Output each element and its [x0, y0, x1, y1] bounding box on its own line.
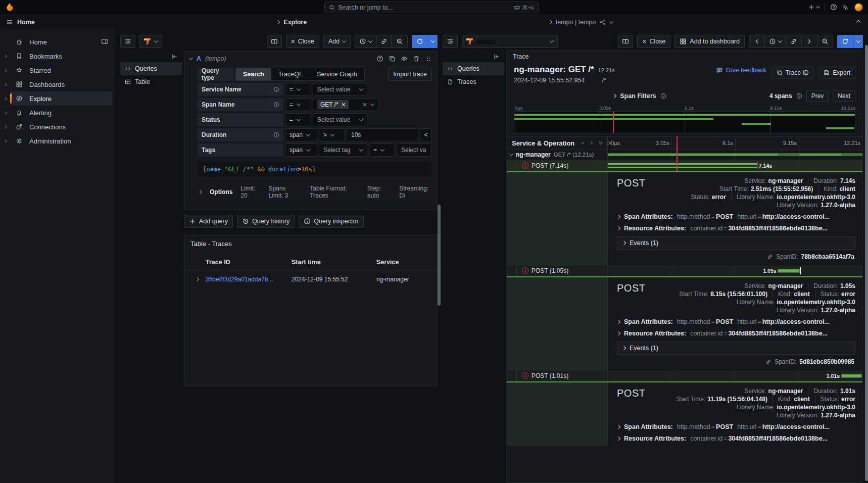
link-icon[interactable] [767, 254, 773, 260]
span-bar[interactable] [778, 269, 799, 272]
span-attributes-row[interactable]: Span Attributes: http.method=POST http.u… [617, 318, 855, 325]
close-pane-button[interactable]: Close [637, 35, 670, 48]
copy-link-button[interactable] [376, 35, 392, 47]
trace-id-link[interactable]: 35be0f3d29a01adda7b... [206, 276, 292, 283]
sidebar-item-connections[interactable]: Connections [0, 120, 115, 134]
breadcrumb-explore[interactable]: Explore [283, 19, 307, 26]
window-scrollbar[interactable] [865, 45, 868, 481]
add-button[interactable]: Add [323, 35, 351, 48]
span-row-post-2[interactable]: POST (1.05s) 1.05s [507, 265, 862, 276]
sidebar-item-starred[interactable]: Starred [0, 63, 115, 77]
resource-attributes-row[interactable]: Resource Attributes: container.id=304fd8… [617, 435, 855, 442]
sidebar-item-dashboards[interactable]: Dashboards [0, 77, 115, 91]
time-picker-button[interactable] [765, 35, 786, 47]
content-outline-button[interactable] [443, 35, 458, 48]
chevron-down-icon[interactable] [509, 152, 513, 156]
help-icon[interactable] [830, 4, 837, 11]
share-icon[interactable] [600, 19, 606, 25]
chevron-right-icon[interactable] [0, 55, 10, 58]
left-pane-scrollbar[interactable] [438, 205, 441, 306]
zoom-out-button[interactable] [392, 35, 407, 47]
disable-query-icon[interactable] [401, 55, 408, 62]
collapse-toolbar-button[interactable] [855, 18, 862, 26]
status-operator[interactable]: = [285, 113, 311, 126]
span-row-root[interactable]: ng-manager GET /* (12.21s) [507, 150, 862, 160]
span-attributes-row[interactable]: Span Attributes: http.method=POST http.u… [617, 423, 855, 430]
dock-sidebar-icon[interactable] [101, 38, 108, 46]
datasource-picker[interactable]: tempo [462, 35, 558, 48]
tags-select-tag[interactable]: Select tag [319, 143, 367, 157]
trace-minimap[interactable]: 0μs 3.05s 6.1s 9.15s 12.21s [514, 105, 855, 133]
new-menu-button[interactable] [808, 4, 819, 11]
collapse-nav-button[interactable] [443, 51, 504, 62]
query-inspector-button[interactable]: Query inspector [299, 215, 363, 228]
sidebar-item-administration[interactable]: Administration [0, 134, 115, 148]
span-bar[interactable] [608, 163, 757, 168]
duration-value-input[interactable]: 10s [347, 128, 418, 141]
panel-title[interactable]: Trace [507, 51, 862, 63]
nav-item-queries[interactable]: Queries [120, 62, 182, 75]
tags-scope[interactable]: span [285, 143, 317, 157]
split-pane-button[interactable] [618, 35, 633, 48]
duration-max-operator[interactable]: < [420, 128, 432, 141]
breadcrumb-home[interactable]: Home [17, 19, 35, 26]
refresh-interval-dropdown[interactable] [853, 35, 863, 48]
column-header-start-time[interactable]: Start time [292, 259, 376, 266]
span-row-post-1[interactable]: POST (7.14s) 7.14s [507, 160, 862, 171]
duration-scope[interactable]: span [285, 128, 317, 141]
prev-span-button[interactable]: Prev [806, 90, 829, 102]
chevron-right-icon[interactable] [0, 126, 10, 128]
search-input[interactable]: Search or jump to... ⌘+k [324, 2, 539, 13]
remove-chip-icon[interactable] [342, 101, 346, 108]
content-outline-button[interactable] [120, 35, 135, 48]
column-header-trace-id[interactable]: Trace ID [206, 259, 292, 266]
add-query-button[interactable]: Add query [184, 215, 233, 228]
span-row-post-3[interactable]: POST (1.01s) 1.01s [507, 370, 862, 381]
events-row[interactable]: Events (1) [617, 342, 855, 355]
run-query-button[interactable] [412, 35, 438, 48]
status-select[interactable]: Select value [313, 113, 367, 126]
span-attributes-row[interactable]: Span Attributes: http.method=POST http.u… [617, 213, 855, 220]
sidebar-item-bookmarks[interactable]: Bookmarks [0, 49, 115, 63]
sidebar-item-alerting[interactable]: Alerting [0, 106, 115, 120]
clear-icon[interactable] [363, 101, 367, 109]
split-pane-button[interactable] [267, 35, 282, 48]
resource-attributes-row[interactable]: Resource Attributes: container.id=304fd8… [617, 225, 855, 232]
chevron-right-icon[interactable] [0, 112, 10, 114]
span-name-operator[interactable]: = [285, 98, 311, 111]
tab-service-graph[interactable]: Service Graph [310, 68, 364, 80]
chevron-right-icon[interactable] [0, 140, 10, 142]
time-shift-forward-button[interactable] [802, 35, 817, 47]
mega-menu-icon[interactable] [6, 19, 13, 26]
span-bar[interactable] [841, 374, 862, 377]
tags-operator[interactable]: = [369, 143, 395, 157]
service-name-select[interactable]: Select value [313, 83, 367, 96]
breadcrumb-tab[interactable]: tempo | tempo [556, 19, 596, 26]
nav-item-table[interactable]: Table [120, 75, 182, 88]
chevron-right-icon[interactable] [612, 94, 616, 98]
copy-link-button[interactable] [786, 35, 802, 47]
query-row-header[interactable]: A (tempo) [184, 52, 437, 66]
query-history-button[interactable]: Query history [237, 215, 295, 228]
give-feedback-link[interactable]: Give feedback [716, 67, 766, 74]
chevron-right-icon[interactable] [0, 83, 10, 86]
link-icon[interactable] [765, 359, 771, 365]
span-bar[interactable] [608, 154, 862, 156]
chevron-down-icon[interactable] [609, 19, 613, 23]
drag-handle-icon[interactable] [425, 55, 432, 62]
help-circle-icon[interactable] [376, 55, 383, 62]
time-picker-button[interactable] [355, 35, 376, 47]
add-to-dashboard-button[interactable]: Add to dashboard [674, 35, 745, 48]
minimap-canvas[interactable] [514, 111, 855, 133]
zoom-out-button[interactable] [817, 35, 833, 47]
panel-title[interactable]: Table - Traces [184, 235, 437, 250]
resource-attributes-row[interactable]: Resource Attributes: container.id=304fd8… [617, 330, 855, 337]
next-span-button[interactable]: Next [833, 90, 855, 102]
service-name-operator[interactable]: = [285, 83, 311, 96]
trace-id-button[interactable]: Trace ID [771, 67, 814, 79]
duplicate-query-icon[interactable] [389, 55, 396, 62]
tags-select-value[interactable]: Select va [397, 143, 432, 157]
span-name-chip[interactable]: GET /* [317, 100, 349, 109]
expand-one-icon[interactable] [589, 140, 594, 146]
expand-row-icon[interactable] [188, 278, 206, 281]
